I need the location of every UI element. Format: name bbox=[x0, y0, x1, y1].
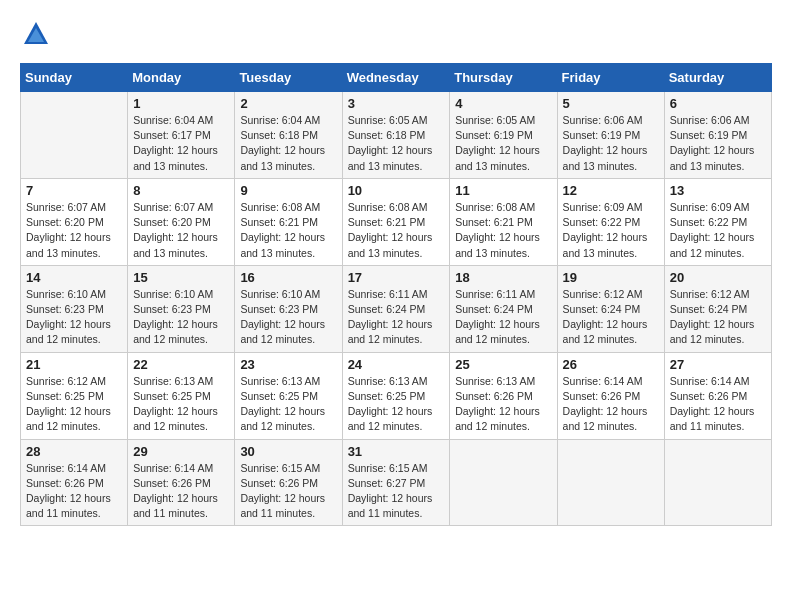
week-row-4: 21Sunrise: 6:12 AM Sunset: 6:25 PM Dayli… bbox=[21, 352, 772, 439]
day-info: Sunrise: 6:05 AM Sunset: 6:19 PM Dayligh… bbox=[455, 113, 551, 174]
day-number: 14 bbox=[26, 270, 122, 285]
day-info: Sunrise: 6:15 AM Sunset: 6:26 PM Dayligh… bbox=[240, 461, 336, 522]
calendar-cell: 9Sunrise: 6:08 AM Sunset: 6:21 PM Daylig… bbox=[235, 178, 342, 265]
calendar-cell: 4Sunrise: 6:05 AM Sunset: 6:19 PM Daylig… bbox=[450, 92, 557, 179]
calendar-cell: 12Sunrise: 6:09 AM Sunset: 6:22 PM Dayli… bbox=[557, 178, 664, 265]
day-number: 24 bbox=[348, 357, 445, 372]
calendar-cell: 7Sunrise: 6:07 AM Sunset: 6:20 PM Daylig… bbox=[21, 178, 128, 265]
day-info: Sunrise: 6:10 AM Sunset: 6:23 PM Dayligh… bbox=[240, 287, 336, 348]
day-info: Sunrise: 6:13 AM Sunset: 6:26 PM Dayligh… bbox=[455, 374, 551, 435]
calendar-cell: 31Sunrise: 6:15 AM Sunset: 6:27 PM Dayli… bbox=[342, 439, 450, 526]
calendar-cell bbox=[557, 439, 664, 526]
day-number: 31 bbox=[348, 444, 445, 459]
day-header-friday: Friday bbox=[557, 64, 664, 92]
calendar-cell: 27Sunrise: 6:14 AM Sunset: 6:26 PM Dayli… bbox=[664, 352, 771, 439]
day-info: Sunrise: 6:14 AM Sunset: 6:26 PM Dayligh… bbox=[26, 461, 122, 522]
day-number: 9 bbox=[240, 183, 336, 198]
calendar-cell: 11Sunrise: 6:08 AM Sunset: 6:21 PM Dayli… bbox=[450, 178, 557, 265]
day-info: Sunrise: 6:10 AM Sunset: 6:23 PM Dayligh… bbox=[26, 287, 122, 348]
day-number: 22 bbox=[133, 357, 229, 372]
day-number: 1 bbox=[133, 96, 229, 111]
day-header-thursday: Thursday bbox=[450, 64, 557, 92]
day-number: 3 bbox=[348, 96, 445, 111]
calendar-cell: 16Sunrise: 6:10 AM Sunset: 6:23 PM Dayli… bbox=[235, 265, 342, 352]
calendar-cell bbox=[450, 439, 557, 526]
calendar-cell: 5Sunrise: 6:06 AM Sunset: 6:19 PM Daylig… bbox=[557, 92, 664, 179]
day-number: 20 bbox=[670, 270, 766, 285]
day-info: Sunrise: 6:12 AM Sunset: 6:24 PM Dayligh… bbox=[670, 287, 766, 348]
calendar-cell: 15Sunrise: 6:10 AM Sunset: 6:23 PM Dayli… bbox=[128, 265, 235, 352]
day-info: Sunrise: 6:13 AM Sunset: 6:25 PM Dayligh… bbox=[133, 374, 229, 435]
week-row-5: 28Sunrise: 6:14 AM Sunset: 6:26 PM Dayli… bbox=[21, 439, 772, 526]
day-number: 21 bbox=[26, 357, 122, 372]
day-info: Sunrise: 6:06 AM Sunset: 6:19 PM Dayligh… bbox=[563, 113, 659, 174]
day-number: 7 bbox=[26, 183, 122, 198]
day-header-monday: Monday bbox=[128, 64, 235, 92]
calendar-cell: 25Sunrise: 6:13 AM Sunset: 6:26 PM Dayli… bbox=[450, 352, 557, 439]
day-info: Sunrise: 6:10 AM Sunset: 6:23 PM Dayligh… bbox=[133, 287, 229, 348]
day-number: 27 bbox=[670, 357, 766, 372]
calendar-cell bbox=[21, 92, 128, 179]
day-number: 18 bbox=[455, 270, 551, 285]
day-info: Sunrise: 6:12 AM Sunset: 6:25 PM Dayligh… bbox=[26, 374, 122, 435]
calendar-cell: 26Sunrise: 6:14 AM Sunset: 6:26 PM Dayli… bbox=[557, 352, 664, 439]
day-number: 30 bbox=[240, 444, 336, 459]
day-number: 2 bbox=[240, 96, 336, 111]
calendar-cell: 2Sunrise: 6:04 AM Sunset: 6:18 PM Daylig… bbox=[235, 92, 342, 179]
day-info: Sunrise: 6:05 AM Sunset: 6:18 PM Dayligh… bbox=[348, 113, 445, 174]
day-info: Sunrise: 6:08 AM Sunset: 6:21 PM Dayligh… bbox=[348, 200, 445, 261]
calendar-cell: 19Sunrise: 6:12 AM Sunset: 6:24 PM Dayli… bbox=[557, 265, 664, 352]
day-info: Sunrise: 6:11 AM Sunset: 6:24 PM Dayligh… bbox=[348, 287, 445, 348]
calendar-cell: 30Sunrise: 6:15 AM Sunset: 6:26 PM Dayli… bbox=[235, 439, 342, 526]
calendar-cell: 23Sunrise: 6:13 AM Sunset: 6:25 PM Dayli… bbox=[235, 352, 342, 439]
logo-icon bbox=[22, 20, 50, 48]
calendar-cell: 13Sunrise: 6:09 AM Sunset: 6:22 PM Dayli… bbox=[664, 178, 771, 265]
calendar-cell: 28Sunrise: 6:14 AM Sunset: 6:26 PM Dayli… bbox=[21, 439, 128, 526]
day-number: 4 bbox=[455, 96, 551, 111]
week-row-3: 14Sunrise: 6:10 AM Sunset: 6:23 PM Dayli… bbox=[21, 265, 772, 352]
day-info: Sunrise: 6:09 AM Sunset: 6:22 PM Dayligh… bbox=[563, 200, 659, 261]
calendar-cell: 10Sunrise: 6:08 AM Sunset: 6:21 PM Dayli… bbox=[342, 178, 450, 265]
day-number: 16 bbox=[240, 270, 336, 285]
day-info: Sunrise: 6:04 AM Sunset: 6:18 PM Dayligh… bbox=[240, 113, 336, 174]
day-info: Sunrise: 6:08 AM Sunset: 6:21 PM Dayligh… bbox=[240, 200, 336, 261]
day-number: 15 bbox=[133, 270, 229, 285]
day-number: 10 bbox=[348, 183, 445, 198]
day-info: Sunrise: 6:15 AM Sunset: 6:27 PM Dayligh… bbox=[348, 461, 445, 522]
calendar-cell: 3Sunrise: 6:05 AM Sunset: 6:18 PM Daylig… bbox=[342, 92, 450, 179]
day-number: 26 bbox=[563, 357, 659, 372]
day-number: 17 bbox=[348, 270, 445, 285]
day-number: 6 bbox=[670, 96, 766, 111]
day-number: 25 bbox=[455, 357, 551, 372]
week-row-2: 7Sunrise: 6:07 AM Sunset: 6:20 PM Daylig… bbox=[21, 178, 772, 265]
day-info: Sunrise: 6:08 AM Sunset: 6:21 PM Dayligh… bbox=[455, 200, 551, 261]
calendar-cell: 14Sunrise: 6:10 AM Sunset: 6:23 PM Dayli… bbox=[21, 265, 128, 352]
day-info: Sunrise: 6:06 AM Sunset: 6:19 PM Dayligh… bbox=[670, 113, 766, 174]
calendar-cell: 22Sunrise: 6:13 AM Sunset: 6:25 PM Dayli… bbox=[128, 352, 235, 439]
day-info: Sunrise: 6:07 AM Sunset: 6:20 PM Dayligh… bbox=[26, 200, 122, 261]
day-info: Sunrise: 6:14 AM Sunset: 6:26 PM Dayligh… bbox=[133, 461, 229, 522]
header bbox=[20, 20, 772, 53]
day-header-sunday: Sunday bbox=[21, 64, 128, 92]
day-info: Sunrise: 6:13 AM Sunset: 6:25 PM Dayligh… bbox=[240, 374, 336, 435]
day-number: 13 bbox=[670, 183, 766, 198]
day-info: Sunrise: 6:11 AM Sunset: 6:24 PM Dayligh… bbox=[455, 287, 551, 348]
day-header-tuesday: Tuesday bbox=[235, 64, 342, 92]
calendar-header-row: SundayMondayTuesdayWednesdayThursdayFrid… bbox=[21, 64, 772, 92]
day-number: 29 bbox=[133, 444, 229, 459]
logo bbox=[20, 20, 50, 53]
day-number: 23 bbox=[240, 357, 336, 372]
calendar-cell: 24Sunrise: 6:13 AM Sunset: 6:25 PM Dayli… bbox=[342, 352, 450, 439]
day-info: Sunrise: 6:09 AM Sunset: 6:22 PM Dayligh… bbox=[670, 200, 766, 261]
day-number: 8 bbox=[133, 183, 229, 198]
day-number: 5 bbox=[563, 96, 659, 111]
day-number: 28 bbox=[26, 444, 122, 459]
calendar-cell: 17Sunrise: 6:11 AM Sunset: 6:24 PM Dayli… bbox=[342, 265, 450, 352]
day-number: 11 bbox=[455, 183, 551, 198]
day-number: 12 bbox=[563, 183, 659, 198]
day-info: Sunrise: 6:07 AM Sunset: 6:20 PM Dayligh… bbox=[133, 200, 229, 261]
calendar-cell: 20Sunrise: 6:12 AM Sunset: 6:24 PM Dayli… bbox=[664, 265, 771, 352]
day-header-saturday: Saturday bbox=[664, 64, 771, 92]
calendar-cell: 18Sunrise: 6:11 AM Sunset: 6:24 PM Dayli… bbox=[450, 265, 557, 352]
calendar-body: 1Sunrise: 6:04 AM Sunset: 6:17 PM Daylig… bbox=[21, 92, 772, 526]
